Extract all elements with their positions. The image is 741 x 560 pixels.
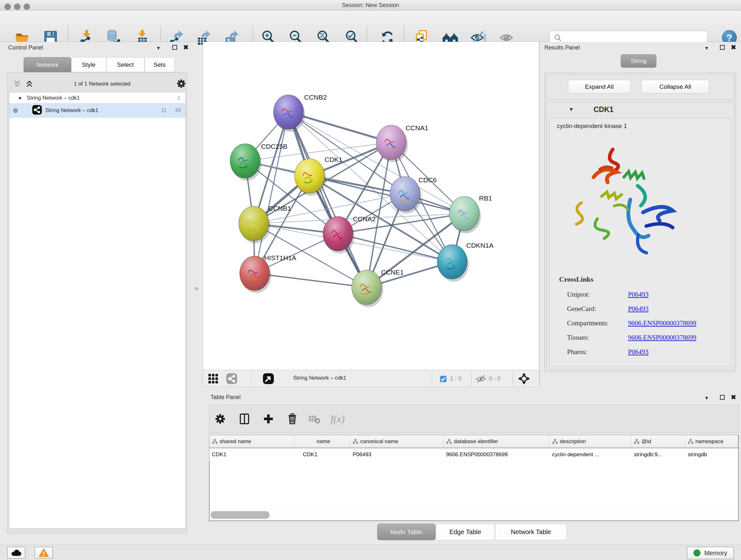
window-title: Session: New Session <box>342 2 399 9</box>
column-header-label: canonical name <box>360 438 398 445</box>
crosslink-label: GeneCard: <box>567 305 628 313</box>
network-overview-share-icon[interactable] <box>226 373 238 386</box>
control-panel-float-icon[interactable] <box>172 45 177 50</box>
table-header-row: shared namenamecanonical namedatabase id… <box>209 435 738 448</box>
table-panel-menu-icon[interactable]: ▾ <box>705 395 708 401</box>
column-header-label: description <box>560 438 586 445</box>
cloud-status-button[interactable] <box>7 547 25 559</box>
control-panel-title: Control Panel <box>8 44 43 51</box>
tab-sets[interactable]: Sets <box>145 57 175 72</box>
tab-string[interactable]: String <box>621 54 657 68</box>
column-header--id[interactable]: @id <box>631 435 685 448</box>
hidden-eye-slash-icon <box>475 374 486 385</box>
table-panel-float-icon[interactable] <box>720 395 725 400</box>
tab-style[interactable]: Style <box>71 57 106 72</box>
network-panel-gear-icon[interactable] <box>176 78 186 90</box>
window-zoom-light[interactable] <box>23 3 30 10</box>
delete-column-trash-icon[interactable] <box>285 412 299 426</box>
crosslink-label: Uniprot: <box>567 291 628 299</box>
status-bar <box>0 545 741 560</box>
tab-edge-table[interactable]: Edge Table <box>435 523 495 540</box>
crosslinks-title: CrossLinks <box>559 275 593 284</box>
expand-all-networks-icon[interactable] <box>25 80 33 89</box>
tree-expander-icon[interactable]: ▼ <box>17 96 22 101</box>
fit-crosshair-icon[interactable] <box>518 372 530 386</box>
network-row-label: String Network – cdk1 <box>45 107 98 114</box>
network-collection-label: String Network – cdk1 <box>27 95 80 101</box>
column-header-canonical-name[interactable]: canonical name <box>350 435 444 448</box>
column-header-description[interactable]: description <box>549 435 631 448</box>
column-header-shared-name[interactable]: shared name <box>209 435 294 448</box>
table-horizontal-scrollbar[interactable] <box>210 510 737 520</box>
memory-button[interactable]: Memory <box>687 547 734 559</box>
crosslink-link[interactable]: P06493 <box>628 348 649 356</box>
table-cell[interactable]: P06493 <box>350 448 444 461</box>
expand-all-button[interactable]: Expand All <box>568 80 630 94</box>
column-header-name[interactable]: name <box>294 435 350 448</box>
crosslink-link[interactable]: 9606.ENSP00000378699 <box>628 319 696 327</box>
network-list <box>9 92 186 529</box>
cloud-icon <box>11 549 22 557</box>
selected-checkbox-icon[interactable] <box>440 375 447 384</box>
add-column-plus-icon[interactable] <box>261 412 275 426</box>
window-close-light[interactable] <box>4 3 11 10</box>
collapse-all-button[interactable]: Collapse All <box>642 80 709 94</box>
network-edge[interactable] <box>288 112 367 287</box>
network-edge[interactable] <box>255 112 288 273</box>
control-panel-menu-icon[interactable]: ▾ <box>157 45 160 51</box>
toolbar-separator <box>471 372 471 385</box>
table-row[interactable]: CDK1CDK1P064939606.ENSP00000378699cyclin… <box>209 448 738 461</box>
memory-status-dot-icon <box>693 550 700 557</box>
tab-select[interactable]: Select <box>106 57 145 72</box>
table-settings-gear-icon[interactable] <box>213 412 227 426</box>
column-header-namespace[interactable]: namespace <box>685 435 738 448</box>
scrollbar-thumb[interactable] <box>211 511 270 519</box>
network-canvas[interactable]: CCNB2CCNA1CDC25BCDK1CDC6RB1CCNB1CCNA2CDK… <box>203 42 539 370</box>
tab-network[interactable]: Network <box>23 57 71 72</box>
crosslink-link[interactable]: P06493 <box>628 291 649 299</box>
control-panel-close-icon[interactable]: ✖ <box>183 44 189 51</box>
results-panel-close-icon[interactable]: ✖ <box>731 44 736 51</box>
gene-entry-title: CDK1 <box>594 105 614 114</box>
selected-count: 1 - 0 <box>450 375 461 382</box>
column-header-label: name <box>317 438 330 445</box>
node-label-rb1: RB1 <box>479 194 492 202</box>
collapse-all-networks-icon[interactable] <box>13 80 21 89</box>
results-panel-float-icon[interactable] <box>720 45 725 50</box>
crosslink-row: GeneCard:P06493 <box>567 302 730 316</box>
gene-description: cyclin-dependent kinase 1 <box>557 123 627 130</box>
crosslink-row: Tissues:9606.ENSP00000378699 <box>567 330 730 345</box>
warnings-button[interactable] <box>35 547 53 559</box>
table-cell[interactable]: CDK1 <box>209 448 294 461</box>
table-cell[interactable]: 9606.ENSP00000378699 <box>444 448 549 461</box>
gene-entry-expander-icon[interactable]: ▼ <box>569 107 574 112</box>
crosslink-label: Pharos: <box>567 348 628 356</box>
results-panel-menu-icon[interactable]: ▾ <box>705 45 708 51</box>
birdseye-grid-icon[interactable] <box>208 373 219 385</box>
table-cell[interactable]: CDK1 <box>300 448 356 461</box>
delete-table-icon[interactable] <box>308 412 322 426</box>
table-cell[interactable]: cyclin-dependent ... <box>549 448 631 461</box>
table-cell[interactable]: stringdb:9... <box>631 448 685 461</box>
node-label-ccne1: CCNE1 <box>381 268 404 276</box>
open-in-window-icon[interactable] <box>262 373 274 386</box>
network-collection-row[interactable]: ▼ String Network – cdk1 1 <box>9 93 185 103</box>
tab-network-table[interactable]: Network Table <box>495 523 567 540</box>
network-row-selected[interactable]: String Network – cdk1 11 48 <box>9 103 185 118</box>
table-panel-close-icon[interactable]: ✖ <box>731 394 736 400</box>
show-columns-icon[interactable] <box>238 412 252 426</box>
function-builder-icon[interactable]: f(x) <box>331 412 345 426</box>
window-minimize-light[interactable] <box>14 3 20 10</box>
question-mark-icon: ? <box>726 32 732 43</box>
crosslink-link[interactable]: 9606.ENSP00000378699 <box>628 334 696 341</box>
network-selection-summary: 1 of 1 Network selected <box>38 81 166 87</box>
column-type-icon <box>552 439 557 444</box>
left-splitter-handle[interactable] <box>195 287 198 290</box>
column-header-database-identifier[interactable]: database identifier <box>444 435 549 448</box>
table-cell[interactable]: stringdb <box>685 448 738 461</box>
current-network-dot-icon <box>13 108 18 113</box>
network-edge[interactable] <box>255 273 367 287</box>
crosslink-link[interactable]: P06493 <box>628 305 649 313</box>
network-graph[interactable]: CCNB2CCNA1CDC25BCDK1CDC6RB1CCNB1CCNA2CDK… <box>203 42 540 370</box>
tab-node-table[interactable]: Node Table <box>377 523 435 540</box>
